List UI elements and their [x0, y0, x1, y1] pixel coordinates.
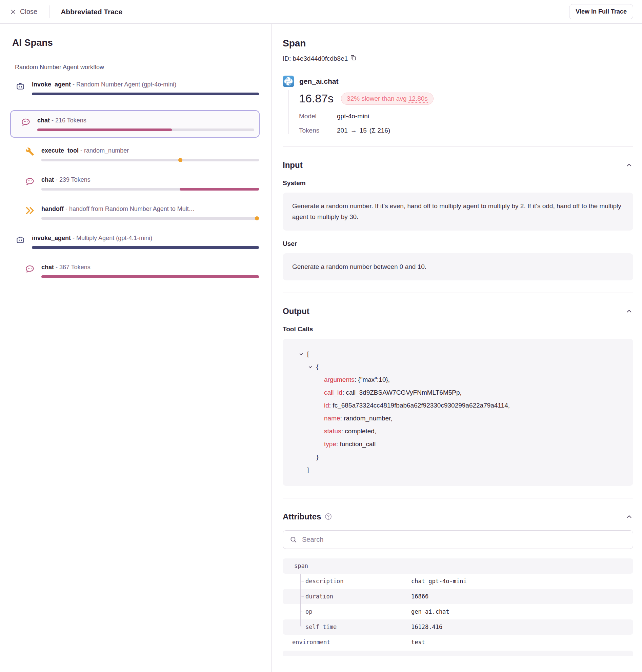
- json-line: call_id: call_3d9ZBSAW7CGVyFNmMLT6M5Pp,: [292, 386, 623, 399]
- python-icon: [283, 76, 294, 87]
- tokens-value: 201→15(Σ 216): [337, 127, 390, 134]
- tool-calls-json: [ { arguments: {"max":10}, call_id: call…: [283, 339, 633, 486]
- model-label: Model: [299, 113, 337, 120]
- wrench-icon: [24, 147, 35, 158]
- span-row-chat-367[interactable]: chat - 367 Tokens: [24, 264, 259, 278]
- span-op: handoff: [41, 205, 64, 212]
- table-row[interactable]: description chat gpt-4o-mini: [283, 574, 633, 589]
- handoff-icon: [24, 205, 35, 216]
- attribute-key: environment: [283, 639, 411, 646]
- system-label: System: [283, 179, 633, 187]
- span-id: ID: b4e3d44d0fcdb8e1: [283, 55, 348, 62]
- table-row[interactable]: duration 16866: [283, 589, 633, 604]
- chat-bubble-icon: [24, 264, 35, 275]
- close-button[interactable]: Close: [10, 8, 37, 16]
- json-line: [: [292, 347, 623, 360]
- tool-calls-label: Tool Calls: [283, 326, 633, 333]
- table-row-partial: [283, 651, 633, 656]
- span-op: chat: [41, 176, 54, 183]
- json-line: name: random_number,: [292, 412, 623, 425]
- json-line: status: completed,: [292, 425, 623, 438]
- arrow-right-icon: →: [350, 127, 357, 134]
- section-divider: [283, 293, 633, 293]
- attribute-value: chat gpt-4o-mini: [411, 578, 467, 584]
- user-message: Generate a random number between 0 and 1…: [283, 253, 633, 280]
- output-section-title: Output: [283, 306, 309, 316]
- span-duration-bar: [32, 92, 259, 95]
- span-duration-bar: [41, 188, 259, 191]
- attributes-search-input[interactable]: [283, 530, 633, 549]
- span-duration-bar: [41, 217, 259, 220]
- avg-duration-value[interactable]: 12.80s: [409, 95, 428, 103]
- span-duration-bar: [41, 159, 259, 161]
- span-op: invoke_agent: [32, 234, 71, 241]
- attribute-key: op: [283, 608, 411, 615]
- copy-icon[interactable]: [350, 54, 357, 63]
- span-desc: Random Number Agent (gpt-4o-mini): [76, 81, 176, 88]
- collapse-attributes-icon[interactable]: [625, 513, 633, 521]
- span-op: execute_tool: [41, 147, 79, 154]
- table-row[interactable]: environment test: [283, 635, 633, 650]
- span-row-chat-239[interactable]: chat - 239 Tokens: [24, 176, 259, 191]
- json-line: }: [292, 451, 623, 464]
- topbar-divider: [50, 5, 50, 18]
- attribute-key: duration: [283, 593, 411, 600]
- json-line: ]: [292, 464, 623, 477]
- attribute-key: self_time: [283, 623, 411, 630]
- search-icon: [290, 536, 297, 544]
- span-detail-panel: Span ID: b4e3d44d0fcdb8e1 gen_ai.chat 16…: [271, 24, 642, 672]
- question-mark-icon[interactable]: [324, 513, 332, 520]
- attribute-value: gen_ai.chat: [411, 608, 449, 615]
- attribute-value: 16128.416: [411, 623, 442, 630]
- span-op: chat: [41, 264, 54, 270]
- page-title: Abbreviated Trace: [61, 8, 123, 16]
- section-divider: [283, 147, 633, 147]
- chat-bubble-icon: [24, 176, 35, 187]
- robot-icon: [15, 81, 26, 92]
- table-row[interactable]: span: [283, 558, 633, 574]
- attribute-value: 16866: [411, 593, 428, 600]
- section-divider: [283, 498, 633, 498]
- span-op-name: gen_ai.chat: [299, 77, 339, 86]
- table-row[interactable]: self_time 16128.416: [283, 619, 633, 635]
- span-row-execute-tool[interactable]: execute_tool - random_number: [24, 147, 259, 161]
- span-desc: 239 Tokens: [59, 176, 90, 183]
- span-desc: 367 Tokens: [59, 264, 90, 270]
- span-desc: handoff from Random Number Agent to Mult…: [69, 205, 195, 212]
- view-in-full-trace-button[interactable]: View in Full Trace: [569, 4, 633, 19]
- attribute-value: test: [411, 639, 425, 646]
- json-line: {: [292, 360, 623, 373]
- attribute-key: span: [283, 562, 411, 569]
- json-line: id: fc_685a73324cc4819fbab6a62f92330c930…: [292, 399, 623, 412]
- close-icon: [10, 9, 16, 15]
- span-row-handoff[interactable]: handoff - handoff from Random Number Age…: [24, 205, 259, 220]
- span-duration: 16.87s: [299, 92, 334, 105]
- model-value: gpt-4o-mini: [337, 113, 369, 120]
- span-row-invoke-agent[interactable]: invoke_agent - Random Number Agent (gpt-…: [15, 81, 259, 95]
- input-section-title: Input: [283, 160, 303, 170]
- span-duration-bar: [37, 128, 254, 131]
- span-row-chat-selected[interactable]: chat - 216 Tokens: [10, 110, 260, 138]
- attributes-section-title: Attributes: [283, 512, 321, 521]
- span-row-invoke-agent-multiply[interactable]: invoke_agent - Multiply Agent (gpt-4.1-m…: [15, 234, 259, 249]
- user-label: User: [283, 240, 633, 248]
- span-duration-bar: [41, 275, 259, 278]
- collapse-input-icon[interactable]: [625, 161, 633, 169]
- span-desc: Multiply Agent (gpt-4.1-mini): [76, 234, 152, 241]
- chevron-down-icon[interactable]: [307, 364, 316, 370]
- chevron-down-icon[interactable]: [298, 351, 307, 357]
- json-line: type: function_call: [292, 438, 623, 451]
- table-row[interactable]: op gen_ai.chat: [283, 604, 633, 619]
- chat-bubble-icon: [20, 117, 31, 128]
- span-duration-bar: [32, 246, 259, 249]
- json-line: arguments: {"max":10},: [292, 373, 623, 386]
- slower-than-avg-badge: 32% slower than avg 12.80s: [341, 92, 434, 105]
- ai-spans-panel: AI Spans Random Number Agent workflow in…: [0, 24, 271, 672]
- top-bar: Close Abbreviated Trace View in Full Tra…: [0, 0, 642, 24]
- attributes-table: span description chat gpt-4o-mini durati…: [283, 558, 633, 656]
- system-message: Generate a random number. If it's even, …: [283, 193, 633, 230]
- span-desc: random_number: [84, 147, 129, 154]
- collapse-output-icon[interactable]: [625, 307, 633, 315]
- span-desc: 216 Tokens: [55, 117, 87, 124]
- attribute-key: description: [283, 578, 411, 584]
